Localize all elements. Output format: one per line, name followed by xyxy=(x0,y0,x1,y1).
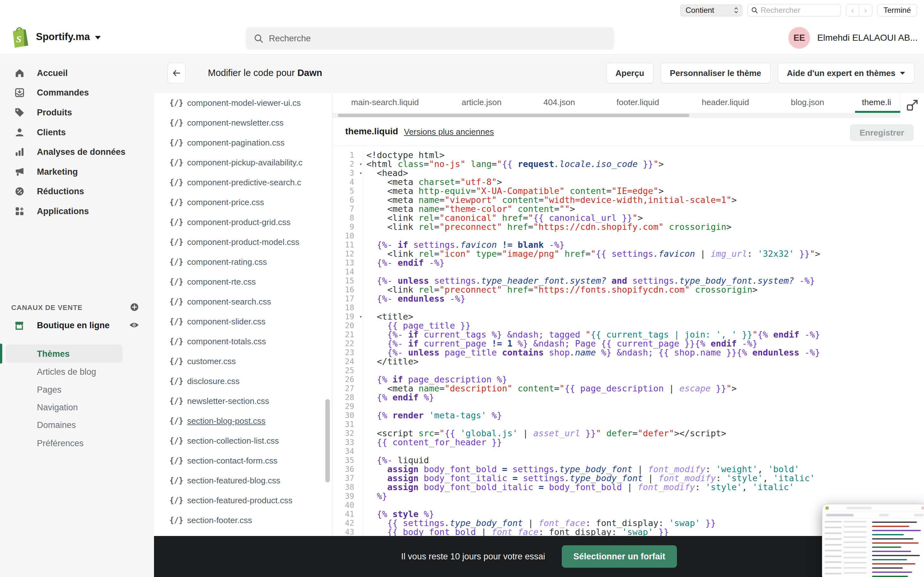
user-menu[interactable]: EE Elmehdi ELALAOUI AB... xyxy=(788,27,918,49)
older-versions-link[interactable]: Versions plus anciennes xyxy=(404,127,494,137)
file-item[interactable]: {/}section-featured-blog.css xyxy=(154,471,332,490)
file-item[interactable]: {/}section-collection-list.css xyxy=(154,431,332,451)
file-list-scrollbar[interactable] xyxy=(325,399,330,482)
file-item[interactable]: {/}newsletter-section.css xyxy=(154,391,332,411)
sidebar-item-applications[interactable]: Applications xyxy=(0,201,154,221)
fold-toggle-icon[interactable]: ▾ xyxy=(359,160,362,169)
code-line[interactable]: 39 %} xyxy=(333,492,924,501)
code-line[interactable]: 11 {%- if settings.favicon != blank -%} xyxy=(333,240,924,250)
eye-icon[interactable] xyxy=(129,321,139,329)
tab-footer.liquid[interactable]: footer.liquid xyxy=(617,97,659,107)
expand-editor-button[interactable] xyxy=(900,93,924,118)
file-item[interactable]: {/}section-footer.css xyxy=(154,510,332,530)
sidebar-item-commandes[interactable]: Commandes xyxy=(0,83,154,102)
admin-search-input[interactable] xyxy=(269,34,557,44)
code-line[interactable]: 26 {% if page_description %} xyxy=(333,375,924,384)
sidebar-item-domaines[interactable]: Domaines xyxy=(37,419,76,432)
preview-button[interactable]: Aperçu xyxy=(606,63,654,83)
file-item[interactable]: {/}component-model-viewer-ui.cs xyxy=(154,93,332,113)
find-done-button[interactable]: Terminé xyxy=(877,4,917,16)
code-line[interactable]: 16 <link rel="preconnect" href="https://… xyxy=(333,285,924,294)
save-button[interactable]: Enregistrer xyxy=(850,124,914,141)
code-line[interactable]: 17 {%- endunless -%} xyxy=(333,294,924,303)
find-search-field[interactable] xyxy=(748,4,841,16)
code-line[interactable]: 12 <link rel="icon" type="image/png" hre… xyxy=(333,250,924,258)
tab-blog.json[interactable]: blog.json xyxy=(791,97,824,107)
file-item[interactable]: {/}disclosure.css xyxy=(154,371,332,391)
code-line[interactable]: 36 assign body_font_bold = settings.type… xyxy=(333,465,924,474)
file-item[interactable]: {/}component-slider.css xyxy=(154,311,332,332)
find-filter-select[interactable]: Contient xyxy=(680,5,742,16)
tab-article.json[interactable]: article.json xyxy=(462,97,501,107)
code-line[interactable]: 23 {%- unless page_title contains shop.n… xyxy=(333,348,924,357)
find-previous-button[interactable]: ‹ xyxy=(846,5,859,16)
sidebar-item-boutique-en-ligne[interactable]: Boutique en ligne xyxy=(37,320,114,331)
code-line[interactable]: 33 {{ content_for_header }} xyxy=(333,438,924,447)
file-item[interactable]: {/}component-newsletter.css xyxy=(154,113,332,133)
file-item[interactable]: {/}section-contact-form.css xyxy=(154,451,332,471)
code-line[interactable]: 29 xyxy=(333,402,924,411)
code-line[interactable]: 5 <meta http-equiv="X-UA-Compatible" con… xyxy=(333,187,924,195)
code-line[interactable]: 20 {{ page_title }} xyxy=(333,321,924,330)
tab-header.liquid[interactable]: header.liquid xyxy=(702,97,749,107)
code-line[interactable]: 25 xyxy=(333,366,924,375)
code-line[interactable]: 2▾<html class="no-js" lang="{{ request.l… xyxy=(333,160,924,169)
pip-preview-window[interactable] xyxy=(822,504,924,577)
code-line[interactable]: 4 <meta charset="utf-8"> xyxy=(333,177,924,187)
code-line[interactable]: 34 xyxy=(333,447,924,456)
code-line[interactable]: 32 <script src="{{ 'global.js' | asset_u… xyxy=(333,429,924,438)
file-item[interactable]: {/}component-pickup-availability.c xyxy=(154,153,332,172)
code-line[interactable]: 15 {%- unless settings.type_header_font.… xyxy=(333,276,924,285)
sidebar-item-analyses[interactable]: Analyses de données xyxy=(0,142,154,161)
code-line[interactable]: 30 {% render 'meta-tags' %} xyxy=(333,411,924,420)
code-line[interactable]: 22 {%- if current_page != 1 %} &ndash; P… xyxy=(333,339,924,348)
file-item[interactable]: {/}section-featured-product.css xyxy=(154,490,332,510)
theme-expert-help-button[interactable]: Aide d'un expert en thèmes xyxy=(778,63,914,83)
sidebar-item-accueil[interactable]: Accueil xyxy=(0,63,154,83)
code-line[interactable]: 38 assign body_font_bold_italic = body_f… xyxy=(333,483,924,492)
code-line[interactable]: 21 {%- if current_tags %} &ndash; tagged… xyxy=(333,330,924,339)
sidebar-item-marketing[interactable]: Marketing xyxy=(0,162,154,181)
add-channel-button[interactable] xyxy=(129,302,139,312)
file-item[interactable]: {/}component-product-grid.css xyxy=(154,212,332,232)
scrollbar-thumb[interactable] xyxy=(338,114,690,117)
sidebar-item-themes-label[interactable]: Thèmes xyxy=(37,348,69,360)
select-plan-button[interactable]: Sélectionner un forfait xyxy=(562,545,677,568)
tabs-horizontal-scrollbar[interactable] xyxy=(333,113,901,118)
tab-theme.li[interactable]: theme.li xyxy=(862,97,891,107)
code-line[interactable]: 27 <meta name="description" content="{{ … xyxy=(333,384,924,393)
file-item[interactable]: {/}component-product-model.css xyxy=(154,232,332,252)
store-switcher[interactable]: Sportify.ma xyxy=(36,31,101,43)
code-line[interactable]: 37 assign body_font_italic = settings.ty… xyxy=(333,474,924,483)
file-item[interactable]: {/}component-rating.css xyxy=(154,252,332,272)
code-line[interactable]: 31 xyxy=(333,420,924,429)
tab-404.json[interactable]: 404.json xyxy=(543,97,575,107)
code-line[interactable]: 18 xyxy=(333,303,924,312)
code-line[interactable]: 35 {%- liquid xyxy=(333,456,924,465)
code-line[interactable]: 14 xyxy=(333,268,924,276)
code-line[interactable]: 6 <meta name="viewport" content="width=d… xyxy=(333,195,924,205)
find-search-input[interactable] xyxy=(761,6,831,15)
fold-toggle-icon[interactable]: ▾ xyxy=(359,312,362,321)
tab-main-search.liquid[interactable]: main-search.liquid xyxy=(351,97,419,107)
code-line[interactable]: 10 xyxy=(333,231,924,240)
file-item[interactable]: {/}component-rte.css xyxy=(154,272,332,292)
sidebar-item-preferences[interactable]: Préférences xyxy=(37,437,84,450)
code-line[interactable]: 8 <link rel="canonical" href="{{ canonic… xyxy=(333,213,924,222)
find-next-button[interactable]: › xyxy=(859,5,872,16)
sidebar-item-articles-de-blog[interactable]: Articles de blog xyxy=(37,366,96,378)
file-item[interactable]: {/}component-predictive-search.c xyxy=(154,172,332,192)
file-item[interactable]: {/}component-price.css xyxy=(154,192,332,212)
admin-search-bar[interactable] xyxy=(246,27,614,50)
code-line[interactable]: 24 </title> xyxy=(333,357,924,366)
sidebar-item-produits[interactable]: Produits xyxy=(0,103,154,122)
sidebar-item-pages[interactable]: Pages xyxy=(37,384,61,396)
file-item[interactable]: {/}section-blog-post.css xyxy=(154,411,332,431)
file-item[interactable]: {/}component-totals.css xyxy=(154,332,332,351)
code-line[interactable]: 19▾ <title> xyxy=(333,312,924,321)
back-button[interactable] xyxy=(168,63,186,83)
file-item[interactable]: {/}customer.css xyxy=(154,351,332,371)
customize-theme-button[interactable]: Personnaliser le thème xyxy=(661,63,771,83)
fold-toggle-icon[interactable]: ▾ xyxy=(359,169,362,177)
code-line[interactable]: 1<!doctype html> xyxy=(333,151,924,160)
